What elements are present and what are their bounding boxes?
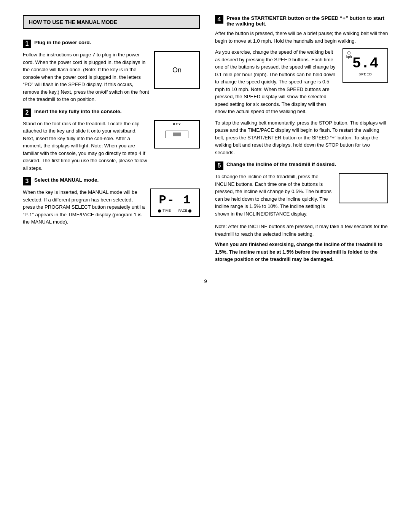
- page-number: 9: [23, 278, 388, 284]
- step2-content: Stand on the foot rails of the treadmill…: [23, 120, 200, 172]
- step5-content: To change the incline of the treadmill, …: [215, 173, 388, 217]
- step4-text1: After the button is pressed, there will …: [215, 30, 388, 45]
- incline-display-box: [339, 173, 388, 203]
- on-label: On: [172, 66, 182, 74]
- kph-circle: [347, 51, 350, 54]
- step3-content: When the key is inserted, the MANUAL mod…: [23, 189, 200, 226]
- step4-text3: To stop the walking belt momentarily, pr…: [215, 119, 388, 157]
- step1-title-row: 1 Plug in the power cord.: [23, 40, 200, 48]
- key-clip: [173, 133, 181, 136]
- time-label: TIME: [158, 209, 171, 212]
- speed-label-bottom: SPEED: [358, 72, 372, 76]
- step5-text2: Note: After the INCLINE buttons are pres…: [215, 223, 388, 263]
- speed-display-box: kph 5.4 SPEED: [342, 48, 388, 83]
- program-digits: P- 1: [159, 193, 191, 207]
- step4-heading-row: 4 Press the START/ENTER button or the SP…: [215, 15, 388, 27]
- section-header: HOW TO USE THE MANUAL MODE: [23, 15, 200, 29]
- step1-number: 1: [23, 40, 31, 48]
- header-title: HOW TO USE THE MANUAL MODE: [29, 19, 117, 25]
- key-box-label: KEY: [173, 122, 181, 126]
- step2-heading: Insert the key fully into the console.: [34, 109, 122, 114]
- step5-heading: Change the incline of the treadmill if d…: [226, 161, 336, 167]
- step4-speed-section: As you exercise, change the speed of the…: [215, 48, 388, 115]
- step4-number: 4: [215, 15, 223, 24]
- left-column: 1 Plug in the power cord. Follow the ins…: [23, 36, 200, 226]
- step2-text: Stand on the foot rails of the treadmill…: [23, 120, 150, 172]
- step1-text: Follow the instructions on page 7 to plu…: [23, 51, 150, 103]
- right-column: 4 Press the START/ENTER button or the SP…: [211, 15, 388, 267]
- time-dot: [158, 209, 161, 212]
- key-box: KEY: [154, 120, 200, 149]
- program-labels: TIME PACE: [158, 209, 192, 212]
- step2-title-row: 2 Insert the key fully into the console.: [23, 109, 200, 117]
- kph-label: kph: [346, 51, 352, 59]
- step4-text2: As you exercise, change the speed of the…: [215, 48, 339, 115]
- on-switch-box: On: [154, 51, 200, 89]
- key-connector: [166, 131, 188, 138]
- step4-heading: Press the START/ENTER button or the SPEE…: [226, 15, 388, 27]
- step2-number: 2: [23, 109, 31, 117]
- step3-heading: Select the MANUAL mode.: [34, 177, 99, 183]
- program-display-box: P- 1 TIME PACE: [150, 189, 200, 217]
- step3-title-row: 3 Select the MANUAL mode.: [23, 177, 200, 185]
- speed-digits: 5.4: [352, 55, 378, 72]
- pace-label: PACE: [178, 209, 192, 212]
- step1-heading: Plug in the power cord.: [34, 40, 91, 45]
- step5-warning: When you are finished exercising, change…: [215, 241, 382, 262]
- step3-text: When the key is inserted, the MANUAL mod…: [23, 189, 146, 226]
- step1-content: Follow the instructions on page 7 to plu…: [23, 51, 200, 103]
- step5-heading-row: 5 Change the incline of the treadmill if…: [215, 161, 388, 170]
- step5-text1: To change the incline of the treadmill, …: [215, 173, 334, 217]
- step5-number: 5: [215, 161, 223, 170]
- step3-number: 3: [23, 177, 31, 185]
- pace-dot: [188, 209, 191, 212]
